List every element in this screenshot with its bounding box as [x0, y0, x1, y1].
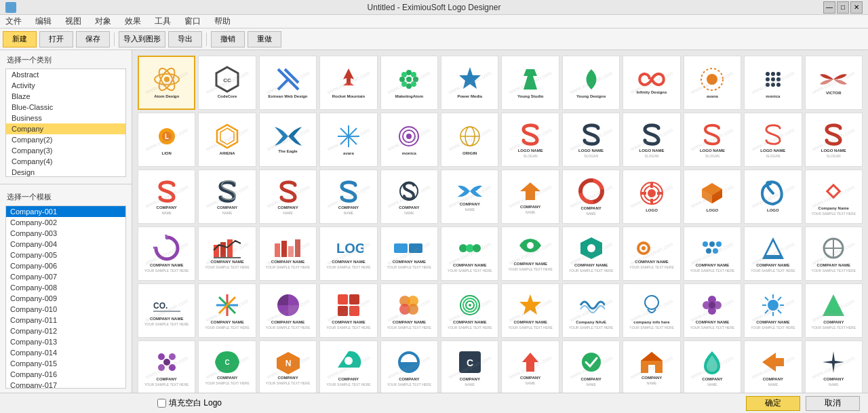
tpl-014[interactable]: Company-014: [6, 347, 125, 358]
tpl-009[interactable]: Company-009: [6, 293, 125, 304]
logo-cell[interactable]: Extrean Web Designwww.xiaoyeah.com: [259, 56, 317, 110]
logo-cell[interactable]: COMPANY NAMEYOUR SAMPLE TEXT HEREwww.xia…: [259, 283, 317, 338]
logo-cell[interactable]: COMPANY NAMEYOUR SAMPLE TEXT HEREwww.xia…: [562, 227, 620, 281]
logo-cell[interactable]: COMPANY NAMEYOUR SAMPLE TEXT HEREwww.xia…: [138, 227, 195, 281]
cat-activity[interactable]: Activity: [6, 80, 125, 91]
menu-window[interactable]: 窗口: [182, 16, 203, 27]
logo-cell[interactable]: ORIGINwww.xiaoyeah.com: [441, 113, 498, 167]
logo-cell[interactable]: COMPANYNAMEwww.xiaoyeah.com: [138, 170, 195, 224]
logo-cell[interactable]: The Eaglewww.xiaoyeah.com: [259, 113, 317, 167]
tpl-010[interactable]: Company-010: [6, 304, 125, 315]
menu-help[interactable]: 帮助: [212, 16, 233, 27]
logo-cell[interactable]: monicawww.xiaoyeah.com: [744, 56, 802, 110]
logo-cell[interactable]: COMPANYYOUR SAMPLE TEXT HEREwww.xiaoyeah…: [805, 283, 863, 338]
cat-blueclassic[interactable]: Blue-Classic: [6, 102, 125, 113]
cancel-button[interactable]: 取消: [806, 396, 860, 411]
logo-cell[interactable]: ARIENAwww.xiaoyeah.com: [198, 113, 256, 167]
tpl-004[interactable]: Company-004: [6, 239, 125, 250]
logo-cell[interactable]: CCOMPANYNAMEwww.xiaoyeah.com: [441, 340, 498, 393]
menu-tools[interactable]: 工具: [152, 16, 174, 27]
tpl-005[interactable]: Company-005: [6, 250, 125, 260]
logo-cell[interactable]: COMPANYNAMEwww.xiaoyeah.com: [744, 340, 802, 393]
tpl-016[interactable]: Company-016: [6, 369, 125, 380]
tpl-006[interactable]: Company-006: [6, 260, 125, 271]
logo-cell[interactable]: COMPANY NAMEYOUR SAMPLE TEXT HEREwww.xia…: [744, 227, 802, 281]
logo-cell[interactable]: COMPANY NAMEYOUR SAMPLE TEXT HEREwww.xia…: [684, 227, 741, 281]
logo-cell[interactable]: COMPANYNAMEwww.xiaoyeah.com: [501, 340, 559, 393]
tpl-001[interactable]: Company-001: [6, 206, 125, 217]
logo-cell[interactable]: COMPANY NAMEYOUR SAMPLE TEXT HEREwww.xia…: [805, 227, 863, 281]
tpl-003[interactable]: Company-003: [6, 228, 125, 239]
tpl-007[interactable]: Company-007: [6, 271, 125, 282]
logo-cell[interactable]: Young Studiowww.xiaoyeah.com: [501, 56, 559, 110]
cat-blaze[interactable]: Blaze: [6, 91, 125, 102]
cat-company3[interactable]: Company(3): [6, 145, 125, 156]
logo-cell[interactable]: COMPANY NAMEYOUR SAMPLE TEXT HEREwww.xia…: [441, 227, 498, 281]
logo-cell[interactable]: COMPANYNAMEwww.xiaoyeah.com: [441, 170, 498, 224]
logo-cell[interactable]: COMPANYNAMEwww.xiaoyeah.com: [380, 170, 438, 224]
logo-cell[interactable]: avanawww.xiaoyeah.com: [684, 56, 741, 110]
logo-cell[interactable]: NCOMPANYYOUR SAMPLE TEXT HEREwww.xiaoyea…: [259, 340, 317, 393]
toolbar-undo[interactable]: 撤销: [211, 31, 245, 47]
logo-cell[interactable]: COMPANY NAMEYOUR SAMPLE TEXT HEREwww.xia…: [623, 227, 680, 281]
logo-cell[interactable]: LOGO NAMESLOGANwww.xiaoyeah.com: [684, 113, 741, 167]
menu-file[interactable]: 文件: [3, 16, 24, 27]
logo-cell[interactable]: LOGO NAMESLOGANwww.xiaoyeah.com: [501, 113, 559, 167]
tpl-008[interactable]: Company-008: [6, 282, 125, 293]
logo-cell[interactable]: COMPANYNAMEwww.xiaoyeah.com: [259, 170, 317, 224]
logo-cell[interactable]: LOGO NAMESLOGANwww.xiaoyeah.com: [744, 113, 802, 167]
logo-cell[interactable]: LOGOwww.xiaoyeah.com: [623, 170, 680, 224]
fill-blank-checkbox[interactable]: [157, 399, 166, 408]
logo-cell[interactable]: COMPANYNAMEwww.xiaoyeah.com: [684, 340, 741, 393]
toolbar-export[interactable]: 导出: [168, 31, 202, 47]
logo-cell[interactable]: COMPANYNAMEwww.xiaoyeah.com: [501, 170, 559, 224]
logo-cell[interactable]: LOGO NAMESLOGANwww.xiaoyeah.com: [805, 113, 863, 167]
logo-cell[interactable]: LOGOwww.xiaoyeah.com: [684, 170, 741, 224]
logo-cell[interactable]: Infinity Designswww.xiaoyeah.com: [623, 56, 680, 110]
logo-cell[interactable]: COMPANY NAMEYOUR SAMPLE TEXT HEREwww.xia…: [198, 227, 256, 281]
logo-cell[interactable]: Power Mediawww.xiaoyeah.com: [441, 56, 498, 110]
logo-cell[interactable]: VICTORwww.xiaoyeah.com: [805, 56, 863, 110]
maximize-button[interactable]: □: [837, 1, 849, 14]
tpl-011[interactable]: Company-011: [6, 315, 125, 326]
toolbar-redo[interactable]: 重做: [248, 31, 281, 47]
logo-cell[interactable]: company info hereYOUR SAMPLE TEXT HEREww…: [623, 283, 680, 338]
logo-cell[interactable]: COMPANY NAMEYOUR SAMPLE TEXT HEREwww.xia…: [380, 227, 438, 281]
logo-cell[interactable]: Atom Designwww.xiaoyeah.com: [138, 56, 195, 110]
logo-cell[interactable]: COMPANY NAMEYOUR SAMPLE TEXT HEREwww.xia…: [501, 227, 559, 281]
category-list[interactable]: Abstract Activity Blaze Blue-Classic Bus…: [5, 68, 126, 177]
logo-cell[interactable]: COMPANY NAMEYOUR SAMPLE TEXT HEREwww.xia…: [441, 283, 498, 338]
cat-company4[interactable]: Company(4): [6, 156, 125, 167]
minimize-button[interactable]: —: [823, 1, 835, 14]
tpl-015[interactable]: Company-015: [6, 358, 125, 369]
logo-cell[interactable]: LOGO NAMESLOGANwww.xiaoyeah.com: [623, 113, 680, 167]
logo-cell[interactable]: COMPANY NAMEYOUR SAMPLE TEXT HEREwww.xia…: [744, 283, 802, 338]
logo-cell[interactable]: COMPANYNAMEwww.xiaoyeah.com: [562, 170, 620, 224]
logo-cell[interactable]: COMPANY NAMEYOUR SAMPLE TEXT HEREwww.xia…: [684, 283, 741, 338]
toolbar-new[interactable]: 新建: [3, 31, 37, 47]
logo-cell[interactable]: LOGOCOMPANY NAMEYOUR SAMPLE TEXT HEREwww…: [319, 227, 377, 281]
cat-business[interactable]: Business: [6, 113, 125, 123]
tpl-017[interactable]: Company-017: [6, 380, 125, 389]
logo-cell[interactable]: COMPANYNAMEwww.xiaoyeah.com: [198, 170, 256, 224]
logo-cell[interactable]: COMPANYNAMEwww.xiaoyeah.com: [805, 340, 863, 393]
menu-view[interactable]: 视图: [62, 16, 84, 27]
logo-cell[interactable]: COMPANYNAMEwww.xiaoyeah.com: [623, 340, 680, 393]
cat-abstract[interactable]: Abstract: [6, 69, 125, 80]
cat-design[interactable]: Design: [6, 167, 125, 177]
logo-cell[interactable]: LOGOwww.xiaoyeah.com: [744, 170, 802, 224]
ok-button[interactable]: 确定: [746, 396, 800, 411]
template-list[interactable]: Company-001 Company-002 Company-003 Comp…: [5, 205, 126, 389]
tpl-002[interactable]: Company-002: [6, 217, 125, 228]
logo-cell[interactable]: Young Designswww.xiaoyeah.com: [562, 56, 620, 110]
toolbar-open[interactable]: 打开: [39, 31, 73, 47]
logo-cell[interactable]: monicawww.xiaoyeah.com: [380, 113, 438, 167]
tpl-013[interactable]: Company-013: [6, 336, 125, 347]
logo-cell[interactable]: avarawww.xiaoyeah.com: [319, 113, 377, 167]
logo-cell[interactable]: COMPANYYOUR SAMPLE TEXT HEREwww.xiaoyeah…: [380, 340, 438, 393]
tpl-012[interactable]: Company-012: [6, 326, 125, 336]
logo-cell[interactable]: COMPANYYOUR SAMPLE TEXT HEREwww.xiaoyeah…: [319, 340, 377, 393]
logo-cell[interactable]: COMPANYYOUR SAMPLE TEXT HEREwww.xiaoyeah…: [138, 340, 195, 393]
menu-effect[interactable]: 效果: [122, 16, 144, 27]
cat-company[interactable]: Company: [6, 123, 125, 134]
